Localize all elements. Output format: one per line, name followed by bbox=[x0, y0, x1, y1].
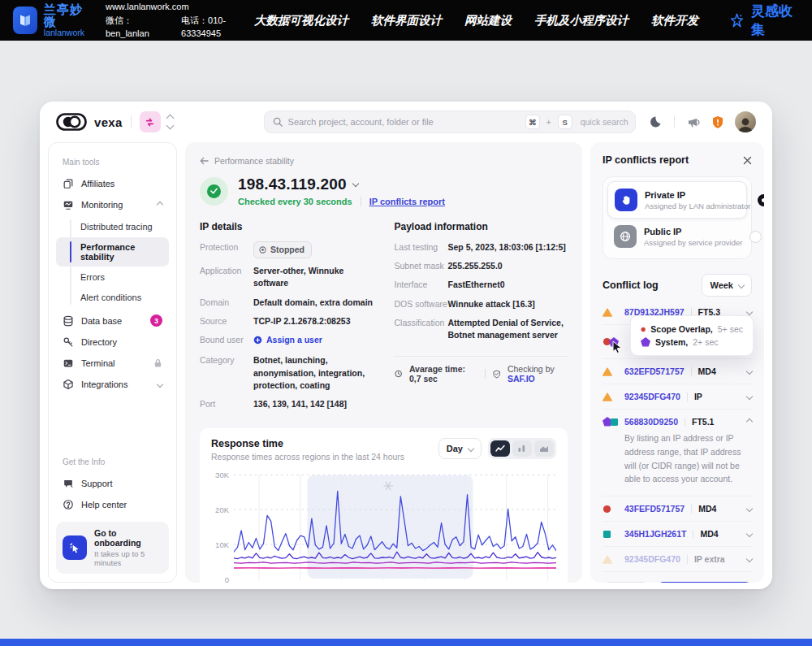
chart-type-line-button[interactable] bbox=[490, 440, 510, 457]
conflict-log-entry[interactable]: Scope Overlap,5+ secSystem,2+ sec bbox=[603, 325, 752, 359]
cursor-icon bbox=[611, 340, 623, 357]
conflict-log-range-select[interactable]: Week bbox=[702, 274, 752, 297]
ip-dropdown-chevron[interactable] bbox=[352, 180, 359, 186]
conflict-log-entry[interactable]: 92345DFG470IP bbox=[603, 384, 752, 410]
clock-icon bbox=[395, 369, 402, 379]
banner-nav-item[interactable]: 软件开发 bbox=[651, 13, 698, 28]
chevron-down-icon[interactable] bbox=[746, 393, 753, 400]
quick-search-hint: quick search bbox=[581, 117, 628, 127]
chevron-down-icon[interactable] bbox=[746, 531, 753, 537]
chart-range-select[interactable]: Day bbox=[438, 438, 482, 459]
conflict-description: By listing an IP address or IP address r… bbox=[603, 427, 752, 488]
sidebar-subitem-errors[interactable]: Errors bbox=[56, 267, 169, 287]
chart-type-area-button[interactable] bbox=[534, 440, 554, 457]
download-button[interactable]: Download bbox=[657, 582, 752, 583]
conflict-log-entry[interactable]: 632EFD571757MD4 bbox=[603, 359, 752, 384]
conflict-id-link[interactable]: 43FEFD571757 bbox=[624, 504, 685, 514]
chart-title: Response time bbox=[211, 438, 404, 449]
sidebar-subitem-alert-conditions[interactable]: Alert conditions bbox=[56, 288, 169, 307]
banner-nav-item[interactable]: 软件界面设计 bbox=[371, 13, 442, 28]
detail-label: Port bbox=[200, 398, 253, 409]
terminal-icon bbox=[63, 358, 74, 369]
square-icon bbox=[603, 530, 611, 539]
conflict-log-entry[interactable]: 43FEFD571757MD4 bbox=[603, 496, 752, 522]
announcements-button[interactable] bbox=[687, 116, 701, 128]
banner-nav-item[interactable]: 大数据可视化设计 bbox=[254, 13, 348, 28]
bottom-accent-bar bbox=[0, 639, 812, 646]
security-alert-button[interactable] bbox=[711, 115, 724, 129]
radio-selected[interactable] bbox=[758, 194, 764, 206]
s-keycap: S bbox=[558, 115, 572, 129]
chevron-down-icon bbox=[157, 381, 163, 388]
conflict-id-link[interactable]: 92345DFG470 bbox=[624, 554, 680, 564]
global-search[interactable]: ⌘ + S quick search bbox=[264, 111, 636, 133]
vendor-link[interactable]: SAF.IO bbox=[508, 374, 535, 384]
vexa-logo-icon bbox=[56, 113, 87, 131]
app-window: vexa ⌘ + S quick search bbox=[40, 102, 772, 589]
sidebar-item-integrations[interactable]: Integrations bbox=[56, 374, 169, 395]
breadcrumb-back[interactable]: Performance stability bbox=[200, 156, 294, 166]
sidebar-item-support[interactable]: Support bbox=[56, 473, 169, 494]
chevron-down-icon[interactable] bbox=[746, 556, 753, 562]
help-icon bbox=[63, 499, 74, 510]
main-panel: Performance stability 198.43.119.200 Che… bbox=[185, 142, 582, 583]
detail-label: Bound user bbox=[200, 334, 253, 345]
protection-status-badge[interactable]: Stopped bbox=[253, 241, 312, 258]
banner-nav-item[interactable]: 网站建设 bbox=[464, 13, 512, 28]
conflict-code: IP bbox=[694, 392, 702, 401]
agency-contact: www.lanlanwork.com 微信：ben_lanlan 电话：010-… bbox=[106, 0, 254, 41]
chevron-up-icon bbox=[157, 202, 163, 208]
conflict-log-entry[interactable]: 92345DFG470IP extra bbox=[603, 547, 752, 572]
ip-type-option-private-ip[interactable]: Private IPAssigned by LAN administrator bbox=[607, 181, 747, 219]
sidebar-item-terminal[interactable]: Terminal bbox=[56, 353, 169, 374]
detail-row: Last testingSep 5, 2023, 18:03:06 [1:12:… bbox=[395, 241, 568, 254]
user-avatar[interactable] bbox=[735, 111, 756, 132]
onboarding-subtitle: It takes up to 5 minutes bbox=[94, 549, 162, 567]
onboarding-card[interactable]: Go to onboarding It takes up to 5 minute… bbox=[56, 522, 169, 574]
dark-mode-toggle[interactable] bbox=[649, 115, 662, 128]
conflict-id-link[interactable]: 345H1JGH261T bbox=[624, 529, 686, 539]
divider bbox=[685, 418, 685, 427]
sidebar-item-directory[interactable]: Directory bbox=[56, 332, 169, 353]
chart-type-bar-button[interactable] bbox=[512, 440, 532, 457]
agency-subname: lanlanwork bbox=[44, 28, 89, 37]
detail-label: Last testing bbox=[395, 241, 448, 252]
conflict-code: MD4 bbox=[698, 366, 716, 376]
record-icon bbox=[259, 246, 266, 254]
detail-row: ProtectionStopped bbox=[200, 241, 374, 258]
directory-icon bbox=[63, 336, 74, 348]
chart-plot-area[interactable] bbox=[234, 475, 556, 580]
triangle-icon bbox=[603, 367, 612, 376]
chevron-up-icon[interactable] bbox=[746, 418, 753, 425]
banner-nav-item[interactable]: 手机及小程序设计 bbox=[534, 13, 628, 28]
sidebar-subitem-distributed-tracing[interactable]: Distributed tracing bbox=[56, 217, 169, 236]
sidebar-item-affiliates[interactable]: Affiliates bbox=[56, 173, 169, 194]
sidebar-item-monitoring[interactable]: Monitoring bbox=[56, 194, 169, 215]
conflict-id-link[interactable]: 632EFD571757 bbox=[624, 366, 685, 376]
conflict-log-entry[interactable]: 568830D9250FT5.1By listing an IP address… bbox=[603, 410, 752, 496]
ip-type-option-public-ip[interactable]: Public IPAssigned by service provider bbox=[607, 219, 747, 254]
conflict-id-link[interactable]: 568830D9250 bbox=[624, 417, 678, 427]
sidebar-item-help-center[interactable]: Help center bbox=[56, 494, 169, 515]
sidebar-item-data-base[interactable]: Data base3 bbox=[56, 310, 169, 332]
response-time-card: Response time Response times across regi… bbox=[200, 428, 568, 583]
workspace-switch-button[interactable] bbox=[140, 111, 161, 132]
app-logo[interactable]: vexa bbox=[56, 113, 123, 131]
sidebar-section-main-tools: Main tools bbox=[56, 154, 169, 173]
assign-user-link[interactable]: Assign a user bbox=[253, 334, 322, 346]
export-format-select[interactable]: CSV bbox=[603, 582, 650, 583]
square-icon bbox=[610, 418, 619, 427]
conflict-log-entry[interactable]: 345H1JGH261TMD4 bbox=[603, 522, 752, 547]
sidebar-subitem-performance-stability[interactable]: Performance stability bbox=[56, 237, 169, 267]
inspiration-collect[interactable]: 灵感收集 bbox=[729, 2, 799, 39]
chevron-down-icon[interactable] bbox=[746, 505, 753, 512]
radio-unselected[interactable] bbox=[749, 231, 762, 243]
agency-wechat: 微信：ben_lanlan bbox=[106, 14, 166, 41]
conflict-id-link[interactable]: 92345DFG470 bbox=[624, 392, 680, 401]
close-icon[interactable] bbox=[743, 156, 752, 165]
ip-conflicts-report-link[interactable]: IP conflicts report bbox=[369, 197, 445, 206]
workspace-selector-chevrons[interactable] bbox=[167, 115, 173, 128]
search-input[interactable] bbox=[288, 117, 520, 127]
chevron-down-icon[interactable] bbox=[746, 309, 753, 315]
chevron-down-icon[interactable] bbox=[746, 368, 753, 375]
